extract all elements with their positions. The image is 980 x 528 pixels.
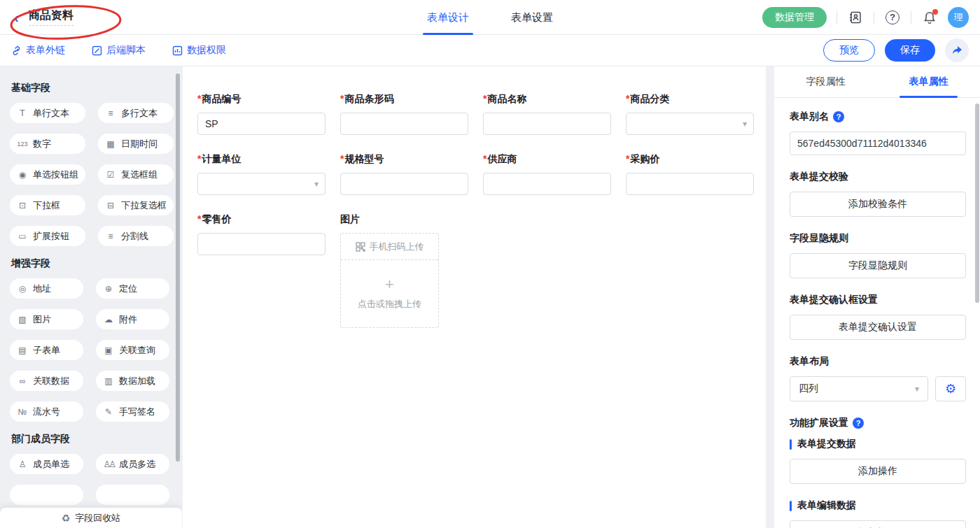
contacts-icon[interactable] [847,9,864,26]
sidebar-item-checkbox-group[interactable]: ☑复选框组 [98,164,174,185]
sidebar-item-subform[interactable]: ▤子表单 [10,340,83,360]
sidebar-item-address[interactable]: ◎地址 [10,278,83,299]
form-field-product-code[interactable]: *商品编号 [197,93,326,135]
form-field-unit[interactable]: *计量单位 ▾ [197,153,326,195]
single-line-text-icon: T [17,108,28,118]
retail-price-input[interactable] [197,233,326,255]
sidebar-item-serial-number[interactable]: №流水号 [10,401,83,422]
sidebar-item-dropdown[interactable]: ⊡下拉框 [10,195,85,215]
submit-confirm-button[interactable]: 表单提交确认设置 [790,315,966,340]
sidebar-item-partial[interactable] [96,485,169,505]
share-arrow-icon [951,45,962,56]
product-code-input[interactable] [197,113,326,135]
add-validation-button[interactable]: 添加校验条件 [790,192,966,217]
extend-button-icon: ▭ [17,231,28,241]
form-alias-input[interactable] [790,131,966,155]
edit-data-add-action-button[interactable]: 添加操作 [790,520,966,528]
submit-data-label: 表单提交数据 [797,438,856,450]
app-header: ‹ 商品资料 表单设计 表单设置 数据管理 ? [0,0,980,35]
sidebar-item-multi-dropdown[interactable]: ⊟下拉复选框 [98,195,174,215]
sidebar-item-signature[interactable]: ✎手写签名 [96,401,169,422]
extension-settings-label: 功能扩展设置 [790,417,848,429]
share-button[interactable] [945,38,969,62]
drop-upload-area[interactable]: + 点击或拖拽上传 [341,260,438,327]
help-icon[interactable]: ? [833,111,844,122]
script-icon [92,45,102,56]
save-button[interactable]: 保存 [885,39,935,62]
field-library-sidebar: 基础字段 T单行文本 ≡多行文本 123数字 ▦日期时间 ◉单选按钮组 ☑复选框… [0,66,182,528]
sidebar-item-member-multi[interactable]: ♙♙成员多选 [96,454,169,474]
form-design-canvas[interactable]: *商品编号 *商品条形码 *商品名称 *商品分类 ▾ *计量单位 ▾ *规格型号 [183,66,766,528]
sidebar-item-partial[interactable] [10,485,83,505]
form-field-product-name[interactable]: *商品名称 [483,93,611,135]
section-enhanced-fields: 增强字段 [11,257,169,270]
layout-settings-button[interactable]: ⚙ [935,376,966,401]
field-visibility-button[interactable]: 字段显隐规则 [790,253,966,278]
tab-form-settings[interactable]: 表单设置 [511,0,553,35]
divider [836,11,837,24]
data-manage-button[interactable]: 数据管理 [762,7,827,28]
field-recycle-bin[interactable]: ♻ 字段回收站 [0,508,182,528]
form-title[interactable]: 商品资料 [29,8,74,26]
supplier-input[interactable] [483,173,611,195]
sidebar-item-attachment[interactable]: ☁附件 [96,309,169,329]
tab-form-properties[interactable]: 表单属性 [877,66,980,97]
gear-icon: ⚙ [945,381,956,397]
data-permission-link[interactable]: 数据权限 [172,44,226,57]
sidebar-item-related-data[interactable]: ∞关联数据 [10,371,83,391]
form-field-retail-price[interactable]: *零售价 [197,213,326,328]
product-name-input[interactable] [483,113,611,135]
panel-scrollbar[interactable] [975,104,979,303]
spec-input[interactable] [340,173,468,195]
sidebar-item-locate[interactable]: ⊕定位 [96,278,169,299]
member-multi-icon: ♙♙ [103,459,114,469]
sidebar-scrollbar[interactable] [176,73,180,462]
sidebar-item-extend-button[interactable]: ▭扩展按钮 [10,226,85,246]
submit-data-add-action-button[interactable]: 添加操作 [790,459,966,484]
barcode-input[interactable] [340,113,468,135]
preview-button[interactable]: 预览 [823,39,875,62]
help-icon[interactable]: ? [884,9,901,26]
locate-icon: ⊕ [103,284,114,294]
sidebar-item-multi-line-text[interactable]: ≡多行文本 [98,103,174,123]
tab-field-properties[interactable]: 字段属性 [774,66,877,97]
sidebar-item-single-line-text[interactable]: T单行文本 [10,103,85,123]
field-visibility-label: 字段显隐规则 [790,232,966,245]
tab-form-design[interactable]: 表单设计 [427,0,469,35]
checkbox-group-icon: ☑ [105,170,116,180]
multi-line-text-icon: ≡ [105,108,116,118]
form-field-barcode[interactable]: *商品条形码 [340,93,468,135]
sidebar-item-data-load[interactable]: ▥数据加载 [96,371,169,391]
data-load-icon: ▥ [103,376,114,386]
backend-script-link[interactable]: 后端脚本 [92,44,146,57]
form-field-supplier[interactable]: *供应商 [483,153,611,195]
notification-bell-icon[interactable] [921,9,938,26]
layout-select[interactable]: 四列 ▾ [790,376,928,401]
unit-select[interactable]: ▾ [197,173,326,195]
image-upload-box: 手机扫码上传 + 点击或拖拽上传 [340,233,439,328]
notification-dot [932,9,938,15]
sidebar-item-related-query[interactable]: ▣关联查询 [96,340,169,360]
sidebar-item-member-single[interactable]: ♙成员单选 [10,454,83,474]
form-field-spec[interactable]: *规格型号 [340,153,468,195]
form-field-category[interactable]: *商品分类 ▾ [626,93,754,135]
number-icon: 123 [17,141,28,148]
avatar[interactable]: 理 [948,7,969,28]
form-field-purchase-price[interactable]: *采购价 [626,153,754,195]
link-icon [11,45,22,56]
sidebar-item-image[interactable]: ▧图片 [10,309,83,329]
category-select[interactable]: ▾ [626,113,754,135]
permission-icon [172,45,183,56]
form-field-image[interactable]: 图片 手机扫码上传 + 点击或拖拽上传 [340,213,468,328]
sidebar-item-radio-group[interactable]: ◉单选按钮组 [10,164,85,185]
sidebar-item-divider-line[interactable]: ≡分割线 [98,226,174,246]
back-icon[interactable]: ‹ [11,10,22,24]
sidebar-item-datetime[interactable]: ▦日期时间 [98,134,174,154]
chevron-down-icon: ▾ [915,384,919,394]
sidebar-item-number[interactable]: 123数字 [10,134,85,154]
divider [874,11,874,24]
form-external-link[interactable]: 表单外链 [11,44,65,57]
purchase-price-input[interactable] [626,173,754,195]
scan-upload-button[interactable]: 手机扫码上传 [341,234,438,260]
help-icon[interactable]: ? [853,418,864,429]
